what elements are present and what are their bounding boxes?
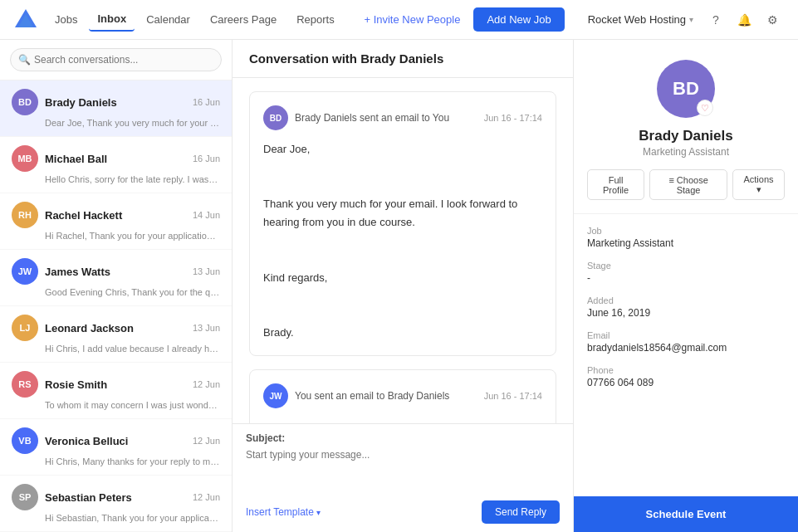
conversation-panel: Conversation with Brady Daniels BD Brady… — [233, 40, 574, 532]
conversation-title: Conversation with Brady Daniels — [233, 40, 573, 78]
profile-avatar-heart-icon[interactable]: ♡ — [697, 100, 713, 116]
search-icon: 🔍 — [18, 54, 31, 66]
avatar: MB — [12, 145, 38, 172]
conversation-item[interactable]: MB Michael Ball 16 Jun Hello Chris, sorr… — [0, 137, 232, 193]
conversation-item[interactable]: JW James Watts 13 Jun Good Evening Chris… — [0, 250, 232, 306]
sidebar: 🔍 BD Brady Daniels 16 Jun Dear Joe, Than… — [0, 40, 233, 532]
avatar: LJ — [12, 315, 38, 341]
avatar: RS — [12, 371, 38, 398]
profile-detail-row: Phone 07766 064 089 — [587, 365, 785, 388]
notifications-icon-btn[interactable]: 🔔 — [732, 7, 756, 32]
avatar: JW — [12, 258, 38, 285]
navbar: Jobs Inbox Calendar Careers Page Reports… — [0, 0, 798, 40]
conv-date: 14 Jun — [193, 210, 220, 220]
add-new-job-button[interactable]: Add New Job — [473, 7, 564, 32]
profile-role: Marketing Assistant — [643, 146, 729, 158]
conv-date: 13 Jun — [193, 323, 220, 333]
chevron-down-icon-small: ▾ — [316, 508, 321, 517]
choose-stage-button[interactable]: ≡ Choose Stage — [649, 169, 727, 200]
conv-preview: To whom it may concern I was just wonder… — [12, 400, 220, 410]
conversation-item[interactable]: LJ Leonard Jackson 13 Jun Hi Chris, I ad… — [0, 306, 232, 363]
insert-template-button[interactable]: Insert Template ▾ — [246, 506, 321, 518]
detail-label: Email — [587, 330, 785, 340]
full-profile-button[interactable]: Full Profile — [587, 169, 644, 200]
conv-date: 16 Jun — [193, 97, 220, 107]
profile-name: Brady Daniels — [639, 128, 732, 144]
detail-value: bradydaniels18564@gmail.com — [587, 342, 785, 354]
right-panel: BD ♡ Brady Daniels Marketing Assistant F… — [574, 40, 798, 532]
org-name: Rocket Web Hosting — [588, 13, 686, 26]
compose-area: Subject: Insert Template ▾ Send Reply — [233, 423, 573, 532]
conversation-item[interactable]: RS Rosie Smith 12 Jun To whom it may con… — [0, 363, 232, 419]
msg-date: Jun 16 - 17:14 — [484, 391, 542, 401]
message-card: JW You sent an email to Brady Daniels Ju… — [249, 369, 556, 423]
conv-date: 13 Jun — [193, 266, 220, 276]
detail-value: Marketing Assistant — [587, 237, 785, 249]
conversation-list: BD Brady Daniels 16 Jun Dear Joe, Thank … — [0, 81, 232, 532]
profile-detail-row: Job Marketing Assistant — [587, 226, 785, 249]
conv-name: Brady Daniels — [45, 96, 117, 109]
conv-date: 12 Jun — [193, 492, 220, 502]
detail-label: Phone — [587, 365, 785, 375]
invite-new-people-button[interactable]: + Invite New People — [364, 13, 460, 26]
conv-date: 12 Jun — [193, 379, 220, 389]
help-icon-btn[interactable]: ? — [703, 7, 728, 32]
schedule-event-button[interactable]: Schedule Event — [574, 496, 798, 532]
compose-textarea[interactable] — [246, 449, 560, 495]
profile-detail-row: Stage - — [587, 261, 785, 284]
msg-body: Dear Joe,Thank you very much for your em… — [263, 140, 542, 342]
nav-logo — [13, 7, 38, 32]
compose-actions: Insert Template ▾ Send Reply — [246, 500, 560, 524]
profile-header: BD ♡ Brady Daniels Marketing Assistant F… — [574, 40, 798, 214]
actions-dropdown-button[interactable]: Actions ▾ — [732, 169, 785, 200]
msg-avatar: JW — [263, 383, 288, 408]
avatar: VB — [12, 427, 38, 454]
conv-name: Leonard Jackson — [45, 322, 134, 334]
chevron-down-icon: ▾ — [689, 15, 693, 24]
conv-name: Rachel Hackett — [45, 209, 122, 222]
conv-preview: Good Evening Chris, Thank you for the qu… — [12, 287, 220, 297]
detail-label: Added — [587, 295, 785, 305]
profile-avatar-wrap: BD ♡ — [657, 60, 715, 118]
main-layout: 🔍 BD Brady Daniels 16 Jun Dear Joe, Than… — [0, 40, 798, 532]
conversation-item[interactable]: SP Sebastian Peters 12 Jun Hi Sebastian,… — [0, 476, 232, 532]
nav-link-calendar[interactable]: Calendar — [138, 8, 198, 31]
detail-label: Job — [587, 226, 785, 236]
msg-meta: Brady Daniels sent an email to You — [295, 112, 449, 124]
conv-date: 16 Jun — [193, 154, 220, 164]
nav-link-reports[interactable]: Reports — [288, 8, 343, 31]
profile-detail-row: Added June 16, 2019 — [587, 295, 785, 319]
org-selector[interactable]: Rocket Web Hosting ▾ — [581, 10, 700, 29]
profile-action-buttons: Full Profile ≡ Choose Stage Actions ▾ — [587, 169, 785, 200]
messages-area: BD Brady Daniels sent an email to You Ju… — [233, 78, 573, 423]
conv-preview: Hi Chris, Many thanks for your reply to … — [12, 456, 220, 466]
detail-label: Stage — [587, 261, 785, 271]
conv-preview: Dear Joe, Thank you very much for your e… — [12, 118, 220, 128]
conv-name: Michael Ball — [45, 153, 107, 165]
search-wrapper: 🔍 — [0, 40, 232, 81]
conv-name: Veronica Belluci — [45, 435, 128, 447]
conversation-item[interactable]: RH Rachel Hackett 14 Jun Hi Rachel, Than… — [0, 193, 232, 250]
avatar: RH — [12, 202, 38, 228]
nav-link-careers[interactable]: Careers Page — [202, 8, 285, 31]
search-input[interactable] — [10, 48, 222, 71]
nav-link-inbox[interactable]: Inbox — [89, 7, 135, 32]
detail-value: June 16, 2019 — [587, 307, 785, 319]
profile-details: Job Marketing Assistant Stage - Added Ju… — [574, 214, 798, 496]
conv-name: Sebastian Peters — [45, 491, 132, 504]
avatar: SP — [12, 484, 38, 510]
conversation-item[interactable]: BD Brady Daniels 16 Jun Dear Joe, Thank … — [0, 81, 232, 137]
conv-preview: Hi Chris, I add value because I already … — [12, 344, 220, 354]
settings-icon-btn[interactable]: ⚙ — [760, 7, 785, 32]
profile-detail-row: Email bradydaniels18564@gmail.com — [587, 330, 785, 354]
insert-template-label: Insert Template — [246, 506, 314, 518]
nav-link-jobs[interactable]: Jobs — [47, 8, 86, 31]
detail-value: 07766 064 089 — [587, 377, 785, 388]
detail-value: - — [587, 272, 785, 284]
subject-label: Subject: — [246, 432, 560, 444]
conv-preview: Hi Sebastian, Thank you for your applica… — [12, 513, 220, 523]
conversation-item[interactable]: VB Veronica Belluci 12 Jun Hi Chris, Man… — [0, 419, 232, 476]
send-reply-button[interactable]: Send Reply — [482, 500, 560, 524]
conv-name: James Watts — [45, 266, 110, 278]
conv-preview: Hi Rachel, Thank you for your applicatio… — [12, 231, 220, 241]
